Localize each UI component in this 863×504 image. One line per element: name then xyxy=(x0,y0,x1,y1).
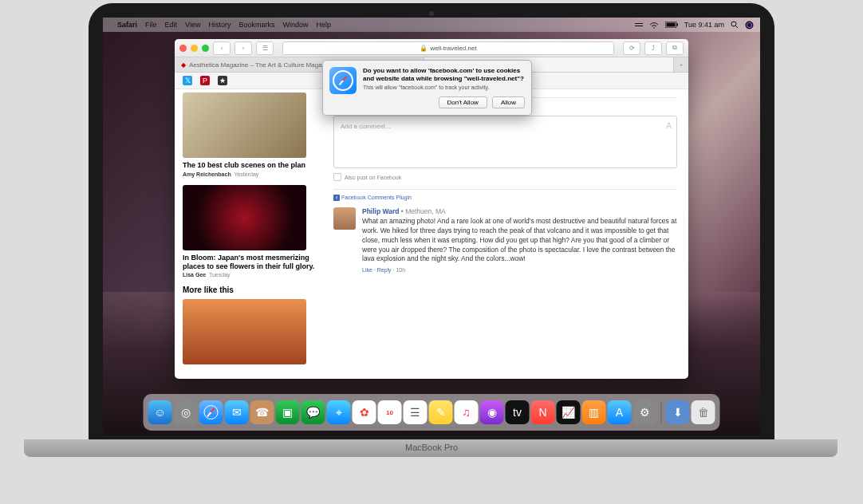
control-center-icon[interactable] xyxy=(635,22,643,28)
comment-actions[interactable]: Like · Reply · 10h xyxy=(362,266,677,274)
siri-icon[interactable] xyxy=(745,21,754,30)
svg-rect-1 xyxy=(635,26,643,26)
minimize-window-button[interactable] xyxy=(191,45,198,52)
article-byline: Amy Reichenbach Yesterday xyxy=(183,171,322,177)
downloads-dock-icon[interactable]: ⬇ xyxy=(666,400,690,424)
menu-help[interactable]: Help xyxy=(316,21,331,29)
wifi-icon[interactable] xyxy=(649,22,659,29)
comment-author[interactable]: Philip Ward xyxy=(362,207,399,215)
svg-line-7 xyxy=(736,26,739,29)
tv-dock-icon[interactable]: tv xyxy=(506,400,530,424)
svg-rect-5 xyxy=(676,24,678,26)
notes-dock-icon[interactable]: ✎ xyxy=(429,400,453,424)
avatar[interactable] xyxy=(333,207,356,230)
appstore-dock-icon[interactable]: A xyxy=(608,400,632,424)
macos-dock: ☺ ◎ ✉ ☎ ▣ 💬 ⌖ ✿ 10 ☰ ✎ ♫ ◉ tv N 📈 ▥ A ⚙ xyxy=(144,394,720,431)
comment-placeholder: Add a comment... xyxy=(341,123,391,130)
news-dock-icon[interactable]: N xyxy=(531,400,555,424)
reload-button[interactable]: ⟳ xyxy=(623,41,640,55)
sidebar-article[interactable]: In Bloom: Japan's most mesmerizing place… xyxy=(183,185,322,278)
lock-icon: 🔒 xyxy=(420,45,428,52)
menu-file[interactable]: File xyxy=(145,21,157,29)
page-content: The 10 best club scenes on the plan Amy … xyxy=(175,89,688,379)
reminders-dock-icon[interactable]: ☰ xyxy=(404,400,428,424)
mail-dock-icon[interactable]: ✉ xyxy=(225,400,249,424)
contacts-dock-icon[interactable]: ☎ xyxy=(250,400,274,424)
spotlight-icon[interactable] xyxy=(731,21,739,29)
screen-bezel: Safari File Edit View History Bookmarks … xyxy=(89,3,774,440)
music-dock-icon[interactable]: ♫ xyxy=(455,400,479,424)
allow-button[interactable]: Allow xyxy=(492,96,525,108)
privacy-permission-dialog: Do you want to allow 'facebook.com' to u… xyxy=(322,60,532,116)
facebook-icon: f xyxy=(333,195,340,201)
share-button[interactable]: ⤴ xyxy=(644,41,662,55)
calendar-dock-icon[interactable]: 10 xyxy=(378,400,402,424)
article-thumbnail[interactable] xyxy=(183,299,306,364)
fb-comments-plugin-link[interactable]: fFacebook Comments Plugin xyxy=(333,195,677,201)
svg-point-2 xyxy=(653,27,655,29)
facetime-dock-icon[interactable]: ▣ xyxy=(276,400,300,424)
sidebar-article[interactable]: The 10 best club scenes on the plan Amy … xyxy=(183,93,322,177)
macos-menubar: Safari File Edit View History Bookmarks … xyxy=(103,18,760,32)
books-dock-icon[interactable]: ▥ xyxy=(582,400,606,424)
sidebar-toggle-button[interactable]: ☰ xyxy=(256,41,274,55)
menubar-clock[interactable]: Tue 9:41 am xyxy=(684,21,724,29)
trash-dock-icon[interactable]: 🗑 xyxy=(692,400,715,424)
fullscreen-window-button[interactable] xyxy=(202,45,209,52)
article-headline: In Bloom: Japan's most mesmerizing place… xyxy=(183,254,322,271)
divider xyxy=(333,189,677,190)
menu-window[interactable]: Window xyxy=(282,21,308,29)
comment-body: What an amazing photo! And a rare look a… xyxy=(362,217,677,264)
also-post-label: Also post on Facebook xyxy=(345,175,401,180)
tabs-button[interactable]: ⧉ xyxy=(666,41,684,55)
forward-button[interactable]: › xyxy=(234,41,252,55)
autofill-badge-icon: A xyxy=(666,121,672,130)
also-post-option[interactable]: Also post on Facebook xyxy=(333,173,677,181)
svg-rect-0 xyxy=(635,23,643,24)
article-thumbnail xyxy=(183,185,306,250)
main-column: 4 Comments Add a comment... A Also post … xyxy=(330,89,688,379)
compass-icon xyxy=(333,70,353,91)
laptop-model-label: MacBook Pro xyxy=(405,443,458,452)
dont-allow-button[interactable]: Don't Allow xyxy=(439,96,487,108)
menu-history[interactable]: History xyxy=(208,21,231,29)
menu-view[interactable]: View xyxy=(185,21,200,29)
more-like-this-heading: More like this xyxy=(183,285,322,294)
new-tab-button[interactable]: + xyxy=(674,57,688,72)
launchpad-dock-icon[interactable]: ◎ xyxy=(174,400,198,424)
twitter-favorite-icon[interactable]: 𝕏 xyxy=(183,76,192,85)
pinterest-favorite-icon[interactable]: P xyxy=(200,76,210,85)
camera-notch xyxy=(429,11,434,16)
address-bar[interactable]: 🔒 well-traveled.net xyxy=(282,41,614,55)
dialog-title: Do you want to allow 'facebook.com' to u… xyxy=(363,67,525,82)
comment-header: Philip Ward • Methuen, MA xyxy=(362,207,677,217)
messages-dock-icon[interactable]: 💬 xyxy=(301,400,325,424)
menu-edit[interactable]: Edit xyxy=(165,21,178,29)
svg-point-6 xyxy=(731,22,736,26)
article-thumbnail xyxy=(183,93,306,158)
finder-dock-icon[interactable]: ☺ xyxy=(148,400,172,424)
window-titlebar[interactable]: ‹ › ☰ 🔒 well-traveled.net ⟳ ⤴ ⧉ xyxy=(175,39,688,57)
tab-label: Aesthetica Magazine – The Art & Culture … xyxy=(189,61,333,69)
bookmark-favorite-icon[interactable]: ★ xyxy=(218,76,227,85)
podcasts-dock-icon[interactable]: ◉ xyxy=(480,400,504,424)
maps-dock-icon[interactable]: ⌖ xyxy=(327,400,351,424)
close-window-button[interactable] xyxy=(179,45,187,52)
battery-icon[interactable] xyxy=(665,22,678,28)
comment-input[interactable]: Add a comment... A xyxy=(333,116,677,168)
comment-item: Philip Ward • Methuen, MA What an amazin… xyxy=(333,207,677,274)
settings-dock-icon[interactable]: ⚙ xyxy=(633,400,657,424)
app-name[interactable]: Safari xyxy=(117,21,137,29)
article-headline: The 10 best club scenes on the plan xyxy=(183,161,322,170)
dialog-subtitle: This will allow "facebook.com" to track … xyxy=(363,85,525,90)
dock-separator xyxy=(661,402,662,423)
desktop-screen: Safari File Edit View History Bookmarks … xyxy=(103,18,760,435)
back-button[interactable]: ‹ xyxy=(213,41,231,55)
address-text: well-traveled.net xyxy=(430,45,476,52)
stocks-dock-icon[interactable]: 📈 xyxy=(557,400,581,424)
safari-dock-icon[interactable] xyxy=(199,400,223,424)
comment-location: • Methuen, MA xyxy=(401,207,446,215)
photos-dock-icon[interactable]: ✿ xyxy=(353,400,376,424)
menu-bookmarks[interactable]: Bookmarks xyxy=(238,21,274,29)
checkbox-icon[interactable] xyxy=(333,173,341,181)
